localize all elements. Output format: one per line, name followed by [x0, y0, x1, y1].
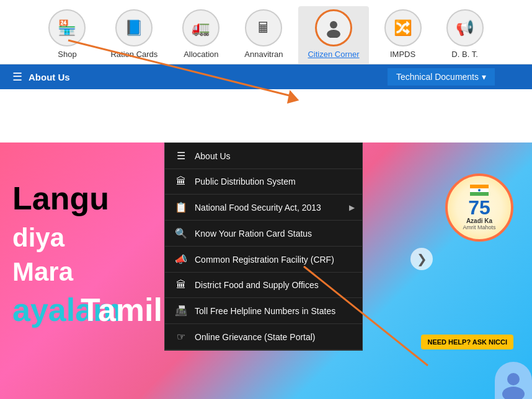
nav-item-shop[interactable]: 🏪 Shop: [39, 6, 95, 64]
banner-text-diya: diya: [12, 223, 64, 253]
shop-icon: 🏪: [48, 9, 86, 46]
nav-item-impds[interactable]: 🔀 IMPDS: [375, 6, 431, 64]
dropdown-item-about-us[interactable]: ☰ About Us: [165, 143, 362, 169]
nav-label-ration-cards: Ration Cards: [110, 50, 157, 59]
nicci-label: NEED HELP? ASK NICCI: [427, 338, 507, 346]
azadi-circle: 75 Azadi Ka Amrit Mahots: [445, 173, 513, 242]
dropdown-label-online-grievance: Online Grievance (State Portal): [195, 332, 316, 342]
citizen-corner-icon: [315, 9, 352, 46]
national-food-icon: 📋: [175, 201, 187, 213]
banner-next-button[interactable]: ❯: [410, 248, 433, 270]
nav-label-impds: IMPDS: [390, 50, 415, 59]
banner-text-tamil: Tamil: [81, 291, 162, 328]
azadi-badge: 75 Azadi Ka Amrit Mahots: [445, 173, 513, 242]
common-registration-icon: 📣: [175, 253, 187, 265]
dropdown-label-know-ration: Know Your Ration Card Status: [195, 229, 312, 239]
flag-stripes: [470, 185, 489, 196]
public-distribution-icon: 🏛: [175, 176, 187, 187]
svg-point-0: [330, 21, 337, 28]
dbt-icon: 📢: [446, 9, 484, 46]
citizen-corner-dropdown: ☰ About Us 🏛 Public Distribution System …: [164, 142, 363, 351]
nav-bar: 🏪 Shop 📘 Ration Cards 🚛 Allocation 🖩 Ann…: [0, 0, 532, 64]
allocation-icon: 🚛: [182, 9, 219, 46]
about-us-label: About Us: [29, 72, 70, 82]
blue-bar: ☰ About Us Technical Documents ▾: [0, 64, 532, 89]
nav-label-citizen-corner: Citizen Corner: [308, 50, 359, 59]
banner-text-langu: Langu: [12, 180, 109, 217]
dropdown-label-toll-free: Toll Free Helpline Numbers in States: [195, 306, 335, 316]
bottom-avatar: [495, 362, 532, 399]
dropdown-item-district-food[interactable]: 🏛 District Food and Supply Offices: [165, 273, 362, 298]
online-grievance-icon: ☞: [175, 331, 187, 343]
svg-marker-3: [284, 89, 299, 103]
tech-docs-chevron: ▾: [482, 72, 486, 82]
flag-green: [470, 192, 489, 196]
nav-label-shop: Shop: [58, 50, 76, 59]
nav-item-allocation[interactable]: 🚛 Allocation: [173, 6, 229, 64]
ration-cards-icon: 📘: [115, 9, 153, 46]
menu-icon: ☰: [12, 70, 22, 84]
dropdown-item-public-distribution[interactable]: 🏛 Public Distribution System: [165, 169, 362, 195]
dropdown-label-about-us: About Us: [195, 151, 231, 161]
nav-label-dbt: D. B. T.: [451, 50, 477, 59]
nav-item-citizen-corner[interactable]: Citizen Corner: [298, 6, 368, 64]
svg-point-4: [507, 373, 520, 385]
dropdown-item-toll-free[interactable]: 📠 Toll Free Helpline Numbers in States: [165, 298, 362, 324]
dropdown-label-public-distribution: Public Distribution System: [195, 177, 296, 186]
dropdown-item-online-grievance[interactable]: ☞ Online Grievance (State Portal): [165, 324, 362, 350]
nicci-help-button[interactable]: NEED HELP? ASK NICCI: [421, 335, 513, 349]
nav-label-allocation: Allocation: [184, 50, 218, 59]
know-ration-icon: 🔍: [175, 227, 187, 239]
nav-item-annavitran[interactable]: 🖩 Annavitran: [235, 6, 292, 64]
nav-item-ration-cards[interactable]: 📘 Ration Cards: [101, 6, 167, 64]
impds-icon: 🔀: [384, 9, 422, 46]
azadi-number: 75: [468, 198, 490, 217]
technical-documents-button[interactable]: Technical Documents ▾: [388, 68, 495, 86]
azadi-text2: Amrit Mahots: [463, 224, 495, 230]
azadi-text1: Azadi Ka: [466, 217, 492, 224]
submenu-arrow-icon: ▶: [349, 203, 355, 212]
dropdown-item-common-registration[interactable]: 📣 Common Registration Facility (CRF): [165, 247, 362, 273]
svg-point-5: [502, 387, 525, 399]
toll-free-icon: 📠: [175, 305, 187, 317]
banner-text-mara: Mara: [12, 257, 73, 287]
annavitran-icon: 🖩: [245, 9, 282, 46]
dropdown-label-common-registration: Common Registration Facility (CRF): [195, 255, 334, 265]
nav-item-dbt[interactable]: 📢 D. B. T.: [437, 6, 493, 64]
dropdown-item-national-food-security[interactable]: 📋 National Food Security Act, 2013 ▶: [165, 195, 362, 221]
dropdown-label-national-food: National Food Security Act, 2013: [195, 203, 321, 213]
district-food-icon: 🏛: [175, 279, 187, 291]
about-us-icon: ☰: [175, 150, 187, 162]
ashoka-wheel: [478, 189, 481, 191]
svg-point-1: [327, 30, 340, 38]
dropdown-label-district-food: District Food and Supply Offices: [195, 280, 319, 290]
tech-docs-label: Technical Documents: [396, 72, 479, 82]
dropdown-item-know-ration[interactable]: 🔍 Know Your Ration Card Status: [165, 221, 362, 247]
nav-label-annavitran: Annavitran: [244, 50, 283, 59]
chevron-right-icon: ❯: [417, 252, 427, 266]
